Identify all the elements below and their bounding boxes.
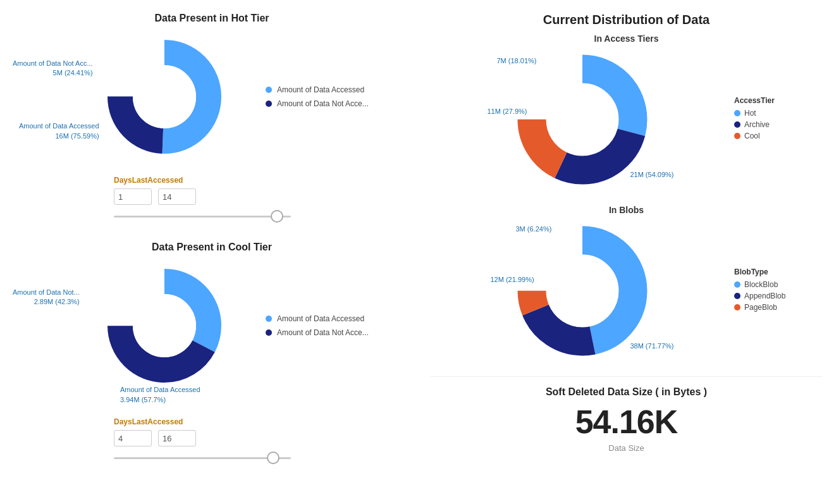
soft-deleted-value: 54.16K <box>430 403 823 441</box>
blobs-legend-block: BlockBlob <box>734 280 823 289</box>
svg-point-9 <box>546 83 618 156</box>
blobs-label-left: 12M (21.99%) <box>491 275 534 285</box>
svg-point-2 <box>133 65 196 128</box>
tiers-cool-label: Cool <box>744 132 760 140</box>
in-blobs-section: 3M (6.24%) 12M (21.99%) 38M (71.77%) Blo… <box>430 218 823 364</box>
blobs-block-label: BlockBlob <box>744 280 778 289</box>
right-panel: Current Distribution of Data In Access T… <box>417 13 823 483</box>
cool-tier-slider-label: DaysLastAccessed <box>114 417 417 426</box>
hot-tier-legend-dot-1 <box>266 101 272 107</box>
tiers-archive-label: Archive <box>744 120 770 129</box>
cool-tier-max-input[interactable] <box>158 430 196 446</box>
blobs-donut: 3M (6.24%) 12M (21.99%) 38M (71.77%) <box>510 218 655 364</box>
cool-tier-slider-section: DaysLastAccessed <box>114 417 417 464</box>
cool-tier-legend-label-0: Amount of Data Accessed <box>277 314 364 323</box>
cool-tier-title: Data Present in Cool Tier <box>6 242 417 253</box>
hot-tier-title: Data Present in Hot Tier <box>6 13 417 24</box>
hot-tier-min-input[interactable] <box>114 188 152 205</box>
cool-tier-legend-dot-1 <box>266 329 272 336</box>
cool-tier-slider-track[interactable] <box>114 452 291 464</box>
blobs-append-dot <box>734 293 740 299</box>
hot-tier-slider-inputs <box>114 188 417 205</box>
hot-tier-track-bg <box>114 216 291 218</box>
hot-tier-max-input[interactable] <box>158 188 196 205</box>
hot-tier-legend-label-1: Amount of Data Not Acce... <box>277 99 369 108</box>
tiers-cool-dot <box>734 133 740 139</box>
cool-tier-accessed-label: Amount of Data Accessed 3.94M (57.7%) <box>120 385 200 405</box>
tiers-label-left: 11M (27.9%) <box>488 107 527 116</box>
cool-tier-legend: Amount of Data Accessed Amount of Data N… <box>266 314 369 337</box>
tiers-hot-dot <box>734 110 740 116</box>
hot-tier-slider-track[interactable] <box>114 210 291 223</box>
in-access-tiers-section: 7M (18.01%) 11M (27.9%) 21M (54.09%) Acc… <box>430 47 823 192</box>
blobs-page-dot <box>734 304 740 310</box>
cool-tier-legend-label-1: Amount of Data Not Acce... <box>277 328 369 337</box>
distribution-title: Current Distribution of Data <box>430 13 823 27</box>
cool-tier-legend-item-1: Amount of Data Not Acce... <box>266 328 369 337</box>
tiers-legend-archive: Archive <box>734 120 823 129</box>
cool-tier-donut: Amount of Data Not... 2.89M (42.3%) Amou… <box>101 262 228 389</box>
hot-tier-donut: Amount of Data Not Acc... 5M (24.41%) Am… <box>101 34 228 160</box>
main-container: Data Present in Hot Tier Amount of Data … <box>0 0 829 496</box>
blobs-legend: BlobType BlockBlob AppendBlob PageBlob <box>734 267 823 314</box>
tiers-label-bottom: 21M (54.09%) <box>630 170 673 180</box>
cool-tier-section: Data Present in Cool Tier Amount of Data… <box>6 242 417 464</box>
soft-deleted-section: Soft Deleted Data Size ( in Bytes ) 54.1… <box>430 376 823 453</box>
tiers-label-top: 7M (18.01%) <box>497 56 537 66</box>
cool-tier-not-accessed-label: Amount of Data Not... 2.89M (42.3%) <box>13 288 80 307</box>
blobs-block-dot <box>734 281 740 288</box>
blobs-legend-append: AppendBlob <box>734 292 823 300</box>
cool-tier-track-bg <box>114 457 291 459</box>
cool-tier-donut-svg <box>101 262 228 389</box>
hot-tier-accessed-label: Amount of Data Accessed 16M (75.59%) <box>19 121 99 141</box>
hot-tier-legend-label-0: Amount of Data Accessed <box>277 85 364 94</box>
cool-tier-legend-dot-0 <box>266 316 272 322</box>
hot-tier-thumb[interactable] <box>271 210 283 223</box>
hot-tier-legend: Amount of Data Accessed Amount of Data N… <box>266 85 369 108</box>
cool-tier-slider-inputs <box>114 430 417 446</box>
hot-tier-legend-item-0: Amount of Data Accessed <box>266 85 369 94</box>
hot-tier-donut-svg <box>101 34 228 160</box>
tiers-archive-dot <box>734 121 740 128</box>
tiers-legend-title: AccessTier <box>734 96 823 105</box>
in-blobs-title: In Blobs <box>430 205 823 215</box>
cool-tier-legend-item-0: Amount of Data Accessed <box>266 314 369 323</box>
soft-deleted-subtitle: Data Size <box>430 443 823 453</box>
tiers-legend-cool: Cool <box>734 132 823 140</box>
blobs-legend-page: PageBlob <box>734 303 823 312</box>
blobs-page-label: PageBlob <box>744 303 777 312</box>
cool-tier-thumb[interactable] <box>267 452 279 464</box>
tiers-hot-label: Hot <box>744 109 756 118</box>
tiers-donut: 7M (18.01%) 11M (27.9%) 21M (54.09%) <box>510 47 655 192</box>
in-access-tiers-title: In Access Tiers <box>430 34 823 44</box>
blobs-label-top: 3M (6.24%) <box>516 224 552 234</box>
svg-point-13 <box>546 255 618 327</box>
hot-tier-slider-section: DaysLastAccessed <box>114 176 417 223</box>
tiers-legend-hot: Hot <box>734 109 823 118</box>
hot-tier-not-accessed-label: Amount of Data Not Acc... 5M (24.41%) <box>13 59 93 78</box>
tiers-legend: AccessTier Hot Archive Cool <box>734 96 823 143</box>
left-panel: Data Present in Hot Tier Amount of Data … <box>6 13 417 483</box>
hot-tier-slider-label: DaysLastAccessed <box>114 176 417 185</box>
blobs-label-bottom: 38M (71.77%) <box>630 341 673 351</box>
blobs-append-label: AppendBlob <box>744 292 785 300</box>
hot-tier-legend-dot-0 <box>266 87 272 93</box>
blobs-legend-title: BlobType <box>734 267 823 276</box>
svg-point-5 <box>133 294 196 357</box>
hot-tier-section: Data Present in Hot Tier Amount of Data … <box>6 13 417 223</box>
soft-deleted-title: Soft Deleted Data Size ( in Bytes ) <box>430 386 823 398</box>
hot-tier-legend-item-1: Amount of Data Not Acce... <box>266 99 369 108</box>
cool-tier-min-input[interactable] <box>114 430 152 446</box>
